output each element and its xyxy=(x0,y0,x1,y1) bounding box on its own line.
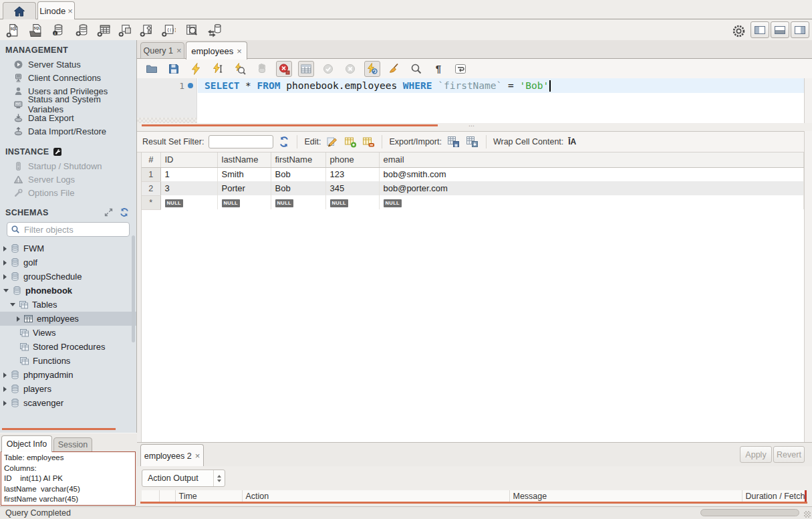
find-button[interactable] xyxy=(408,61,424,77)
toggle-left-sidebar-button[interactable] xyxy=(751,21,769,38)
execute-query-button[interactable] xyxy=(188,61,204,77)
column-header-id[interactable]: ID xyxy=(160,152,217,167)
toggle-autocommit-button[interactable] xyxy=(364,61,380,77)
close-icon[interactable]: × xyxy=(195,451,200,460)
sidebar-item-client-connections[interactable]: Client Connections xyxy=(0,71,136,84)
cell-lastname[interactable]: Smith xyxy=(217,167,271,181)
save-script-button[interactable] xyxy=(166,61,182,77)
cell-null[interactable]: NULL xyxy=(271,195,325,209)
cell-email[interactable]: bob@porter.com xyxy=(379,181,804,195)
cell-id[interactable]: 3 xyxy=(160,181,217,195)
cell-firstname[interactable]: Bob xyxy=(271,167,325,181)
horizontal-scrollbar[interactable] xyxy=(700,509,799,516)
revert-button[interactable]: Revert xyxy=(773,446,805,463)
table-row[interactable]: 2 3 Porter Bob 345 bob@porter.com xyxy=(142,181,804,195)
tree-item-views-folder[interactable]: Views xyxy=(0,326,136,340)
close-icon[interactable]: × xyxy=(176,46,182,55)
tab-query-1[interactable]: Query 1 × xyxy=(140,42,184,59)
sql-editor[interactable]: 1 SELECT * FROM phonebook.employees WHER… xyxy=(137,78,804,123)
schema-filter-input[interactable] xyxy=(24,225,129,235)
column-header-lastname[interactable]: lastName xyxy=(217,152,271,167)
cell-firstname[interactable]: Bob xyxy=(271,181,325,195)
search-data-button[interactable] xyxy=(182,21,200,39)
execute-statement-button[interactable] xyxy=(210,61,226,77)
limit-rows-button[interactable] xyxy=(298,61,314,77)
tree-item-table-employees[interactable]: employees xyxy=(0,312,136,326)
home-tab[interactable] xyxy=(3,2,36,19)
expand-schemas-icon[interactable] xyxy=(104,207,114,217)
reconnect-dbms-button[interactable] xyxy=(205,21,223,39)
cell-lastname[interactable]: Porter xyxy=(217,181,271,195)
tree-item-schema[interactable]: phpmyadmin xyxy=(0,368,136,382)
result-filter-input[interactable] xyxy=(209,135,273,148)
resize-grip[interactable] xyxy=(804,511,811,518)
column-header-firstname[interactable]: firstName xyxy=(271,152,325,167)
tab-object-info[interactable]: Object Info xyxy=(1,435,52,452)
expander-collapsed-icon[interactable] xyxy=(3,274,7,280)
expander-collapsed-icon[interactable] xyxy=(3,246,7,251)
open-sql-script-button[interactable]: SQL xyxy=(27,21,44,39)
refresh-schemas-icon[interactable] xyxy=(119,207,130,217)
editor-results-splitter[interactable]: ⋯ xyxy=(137,123,812,131)
column-header-status-icon[interactable] xyxy=(142,490,159,502)
toggle-word-wrap-button[interactable] xyxy=(452,61,468,77)
edit-record-icon[interactable] xyxy=(325,135,339,148)
tree-item-schema[interactable]: players xyxy=(0,382,136,396)
table-row[interactable]: 1 1 Smith Bob 123 bob@smith.com xyxy=(142,167,804,181)
tree-item-schema[interactable]: golf xyxy=(0,255,136,270)
rollback-button[interactable] xyxy=(342,61,358,77)
toggle-invisible-chars-button[interactable]: ¶ xyxy=(430,61,446,77)
create-table-button[interactable] xyxy=(95,21,112,39)
expander-collapsed-icon[interactable] xyxy=(3,387,7,392)
cell-null[interactable]: NULL xyxy=(217,195,271,209)
cell-phone[interactable]: 123 xyxy=(325,167,379,181)
apply-button[interactable]: Apply xyxy=(740,446,772,463)
tab-employees[interactable]: employees × xyxy=(186,41,247,60)
create-procedure-button[interactable] xyxy=(138,21,155,39)
toggle-stop-on-error-button[interactable] xyxy=(276,61,292,77)
output-selector[interactable]: Action Output xyxy=(142,470,225,487)
column-header-email[interactable]: email xyxy=(379,152,804,167)
explain-query-button[interactable] xyxy=(232,61,248,77)
splitter-handle[interactable]: ⋯ xyxy=(468,122,475,129)
sidebar-item-server-status[interactable]: Server Status xyxy=(0,58,136,71)
tab-employees-2[interactable]: employees 2 × xyxy=(140,444,204,467)
column-header-message[interactable]: Message xyxy=(509,490,742,502)
cell-null[interactable]: NULL xyxy=(160,195,217,209)
tree-item-stored-procedures-folder[interactable]: Stored Procedures xyxy=(0,340,136,354)
beautify-query-button[interactable] xyxy=(386,61,402,77)
tree-item-tables-folder[interactable]: Tables xyxy=(0,298,136,312)
wrap-cell-content-icon[interactable]: ĪA xyxy=(568,137,576,146)
cell-id[interactable]: 1 xyxy=(160,167,217,181)
expander-expanded-icon[interactable] xyxy=(3,289,9,292)
cell-email[interactable]: bob@smith.com xyxy=(379,167,804,181)
toggle-bottom-panel-button[interactable] xyxy=(771,21,789,38)
create-schema-button[interactable] xyxy=(74,21,91,39)
sidebar-item-server-logs[interactable]: Server Logs xyxy=(0,173,136,186)
cell-phone[interactable]: 345 xyxy=(325,181,379,195)
stop-query-button[interactable] xyxy=(254,61,270,77)
new-sql-tab-button[interactable]: SQL xyxy=(4,21,21,39)
column-header-phone[interactable]: phone xyxy=(325,152,379,167)
delete-row-icon[interactable] xyxy=(362,135,375,148)
column-header-action[interactable]: Action xyxy=(242,490,509,502)
tree-item-schema[interactable]: FWM xyxy=(0,241,136,255)
expander-collapsed-icon[interactable] xyxy=(3,373,7,378)
sidebar-item-options-file[interactable]: Options File xyxy=(0,186,136,199)
refresh-results-icon[interactable] xyxy=(278,136,290,148)
create-function-button[interactable]: {()} xyxy=(159,21,176,39)
column-header-duration[interactable]: Duration / Fetch xyxy=(742,490,805,502)
expander-collapsed-icon[interactable] xyxy=(17,316,20,322)
insert-row-icon[interactable] xyxy=(344,135,357,148)
sidebar-item-system-variables[interactable]: Status and System Variables xyxy=(0,98,136,111)
tree-item-schema[interactable]: scavenger xyxy=(0,396,136,410)
close-icon[interactable]: × xyxy=(237,47,242,56)
expander-collapsed-icon[interactable] xyxy=(3,401,7,406)
tree-item-schema-phonebook[interactable]: phonebook xyxy=(0,284,136,298)
create-view-button[interactable] xyxy=(116,21,134,39)
commit-button[interactable] xyxy=(320,61,336,77)
new-row-placeholder[interactable]: * NULL NULL NULL NULL NULL xyxy=(142,195,804,209)
import-recordset-icon[interactable] xyxy=(465,135,479,148)
column-header-rownum[interactable]: # xyxy=(142,152,160,167)
sidebar-item-startup-shutdown[interactable]: Startup / Shutdown xyxy=(0,159,136,173)
